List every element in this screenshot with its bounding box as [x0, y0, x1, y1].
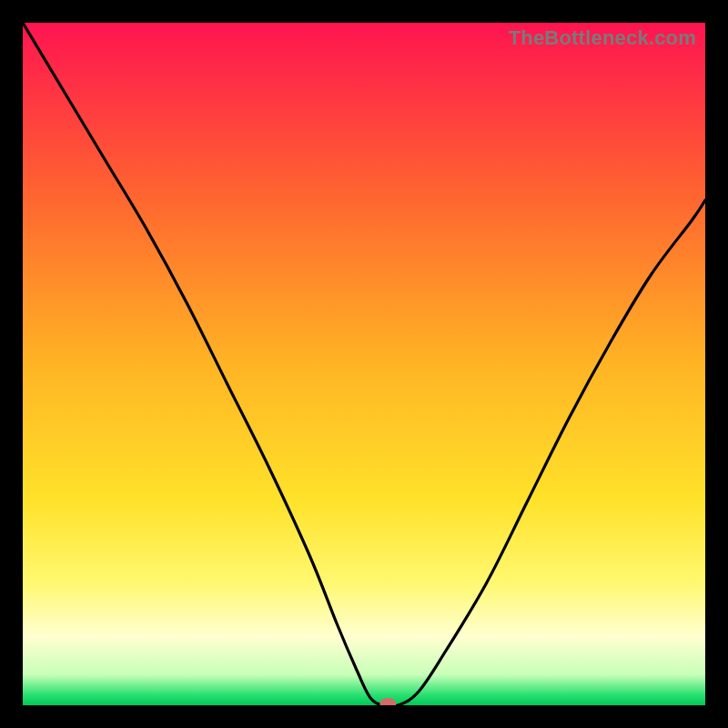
chart-frame: TheBottleneck.com: [0, 0, 728, 728]
watermark-label: TheBottleneck.com: [509, 26, 696, 50]
chart-svg: [23, 23, 705, 705]
gradient-bg: [23, 23, 705, 705]
plot-area: TheBottleneck.com: [23, 23, 705, 705]
